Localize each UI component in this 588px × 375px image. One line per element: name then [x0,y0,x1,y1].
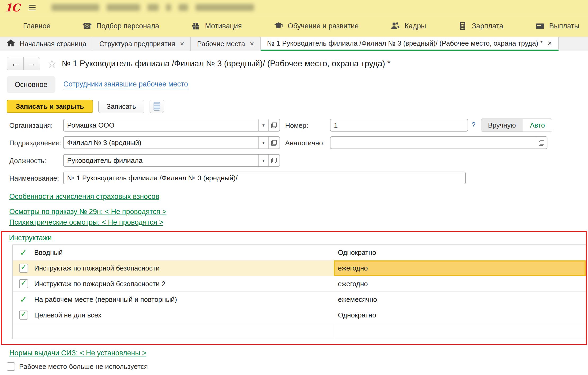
manual-mode-button[interactable]: Вручную [481,119,523,132]
phone-icon: ☎ [82,21,92,31]
org-combo[interactable]: Ромашка ООО ▾ [63,119,280,132]
records-stack-icon [154,102,160,111]
form-toolbar: Записать и закрыть Записать [7,100,588,113]
briefing-row: ✓Инструктаж по пожарной безопасности 2еж… [13,276,586,292]
save-button[interactable]: Записать [98,100,144,113]
similar-label: Аналогично: [285,139,325,147]
sidebar-item-main[interactable]: Главное [11,22,50,30]
position-label: Должность: [9,157,46,165]
number-input[interactable]: 1 [330,119,468,132]
main-menu-icon[interactable] [29,5,36,10]
briefing-period-cell[interactable]: ежемесячно [334,292,586,307]
briefing-period-cell[interactable]: ежегодно [334,276,586,291]
open-record-icon[interactable] [268,137,280,149]
people-icon [390,21,400,31]
favorite-star-icon[interactable]: ☆ [47,57,57,70]
chevron-down-icon[interactable]: ▾ [258,155,268,166]
tab-enterprise-structure[interactable]: Структура предприятия × [93,37,191,51]
calculator-icon [458,21,467,31]
check-icon: ✓ [20,248,27,257]
workplace-unused-checkbox[interactable] [7,362,15,371]
related-records-button[interactable] [150,100,164,113]
sidebar-item-payments[interactable]: Выплаты [535,21,580,31]
close-icon[interactable]: × [548,39,552,47]
briefing-name: Инструктаж по пожарной безопасности 2 [34,276,334,291]
name-input[interactable]: № 1 Руководитель филиала /Филиал № 3 (вр… [63,172,466,184]
psych-exams-link[interactable]: Психиатрические осмотры: < Не проводятся… [9,218,163,227]
open-record-icon[interactable] [536,137,547,149]
exams-29n-link[interactable]: Осмотры по приказу № 29н: < Не проводятс… [9,207,166,216]
dept-combo[interactable]: Филиал № 3 (вредный) ▾ [63,136,280,149]
payment-card-icon [535,21,545,31]
insurance-features-link[interactable]: Особенности исчисления страховых взносов [9,192,159,201]
redacted-window-title [51,4,254,11]
briefing-name: Инструктаж по пожарной безопасности [34,260,334,276]
briefing-row: ✓На рабочем месте (первичный и повторный… [13,292,586,307]
back-button[interactable]: ← [7,57,23,70]
card-nav-tabs: Основное Сотрудники занявшие рабочее мес… [7,76,588,93]
workplace-unused-label: Рабочее место больше не используется [19,363,148,371]
briefing-period-cell[interactable]: Однократно [334,245,586,260]
sidebar-item-recruiting[interactable]: ☎ Подбор персонала [82,21,159,31]
history-nav-group: ← → [7,57,40,70]
briefing-period-cell[interactable]: ежегодно [334,260,586,276]
tab-home-page[interactable]: Начальная страница [0,37,93,51]
number-label: Номер: [285,121,308,130]
sections-grid-icon [11,23,19,29]
checkbox-box: ✓ [19,311,28,320]
briefings-table-body: ✓ВводныйОднократно✓Инструктаж по пожарно… [13,245,586,323]
open-windows-tabbar: Начальная страница Структура предприятия… [0,37,588,51]
sidebar-item-motivation[interactable]: Мотивация [191,21,242,31]
checkbox-box: ✓ [19,279,28,288]
briefing-period-cell[interactable]: Однократно [334,307,586,323]
help-link[interactable]: ? [472,121,476,129]
briefing-checkbox[interactable]: ✓ [13,292,34,307]
briefing-checkbox[interactable]: ✓ [13,276,34,291]
siz-norms-link[interactable]: Нормы выдачи СИЗ: < Не установлены > [9,348,146,358]
briefing-checkbox[interactable]: ✓ [13,245,34,260]
check-icon: ✓ [20,310,27,318]
briefings-table: ✓ВводныйОднократно✓Инструктаж по пожарно… [12,245,586,339]
briefing-checkbox[interactable]: ✓ [13,307,34,323]
page-title: № 1 Руководитель филиала /Филиал № 3 (вр… [62,59,391,68]
form-fields: Организация: Ромашка ООО ▾ Подразделение… [0,113,588,185]
position-combo[interactable]: Руководитель филиала ▾ [63,154,280,167]
auto-mode-button[interactable]: Авто [523,119,552,132]
briefing-row: ✓Инструктаж по пожарной безопасностиежег… [13,260,586,276]
save-close-button[interactable]: Записать и закрыть [7,100,93,113]
org-label: Организация: [9,121,53,130]
check-icon: ✓ [20,295,27,304]
window-titlebar: 1С [0,0,588,15]
name-label: Наименование: [9,174,59,182]
similar-input[interactable] [330,136,547,149]
briefing-checkbox[interactable]: ✓ [13,260,34,276]
briefings-link[interactable]: Инструктажи [9,233,52,243]
sidebar-item-salary[interactable]: Зарплата [458,21,503,31]
workplace-unused-row: Рабочее место больше не используется [7,362,588,371]
annotation-red-box: Инструктажи ✓ВводныйОднократно✓Инструкта… [1,231,587,345]
chevron-down-icon[interactable]: ▾ [258,137,268,149]
chevron-down-icon[interactable]: ▾ [258,119,268,131]
sidebar-item-training[interactable]: Обучение и развитие [274,21,359,31]
sections-panel: Главное ☎ Подбор персонала Мотивация Обу… [0,15,588,37]
tab-workplace-card[interactable]: № 1 Руководитель филиала /Филиал № 3 (вр… [261,37,559,51]
1c-logo-icon: 1С [5,1,20,14]
tab-main[interactable]: Основное [7,76,55,93]
home-icon [6,38,20,49]
open-record-icon[interactable] [268,155,280,166]
sidebar-item-hr[interactable]: Кадры [390,21,426,31]
tab-employees-link[interactable]: Сотрудники занявшие рабочее место [63,80,188,89]
briefings-table-empty-area [13,323,586,339]
briefing-name: На рабочем месте (первичный и повторный) [34,292,334,307]
checkbox-box: ✓ [19,264,28,273]
close-icon[interactable]: × [180,40,184,48]
forward-button[interactable]: → [23,57,40,70]
open-record-icon[interactable] [268,119,280,131]
briefing-name: Целевой не для всех [34,307,334,323]
tab-workplaces[interactable]: Рабочие места × [191,37,261,51]
gift-icon [191,21,201,31]
graduation-cap-icon [274,21,283,31]
close-icon[interactable]: × [250,40,254,48]
page-header: ← → ☆ № 1 Руководитель филиала /Филиал №… [7,57,588,71]
briefing-row: ✓ВводныйОднократно [13,245,586,260]
